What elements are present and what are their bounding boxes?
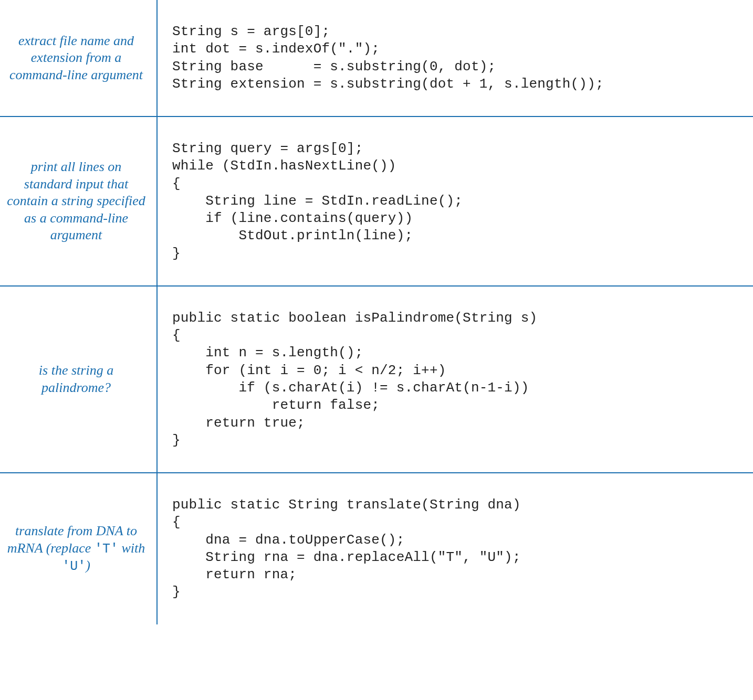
- code-cell: String query = args[0]; while (StdIn.has…: [158, 117, 753, 285]
- description-cell: translate from DNA to mRNA (replace 'T' …: [0, 473, 158, 624]
- code-cell: String s = args[0]; int dot = s.indexOf(…: [158, 0, 753, 116]
- example-row-palindrome: is the string a palindrome? public stati…: [0, 287, 753, 473]
- example-row-extract-filename: extract file name and extension from a c…: [0, 0, 753, 117]
- description-text: extract file name and extension from a c…: [6, 33, 146, 84]
- code-block: public static String translate(String dn…: [172, 496, 738, 601]
- code-examples-table: extract file name and extension from a c…: [0, 0, 753, 624]
- description-cell: extract file name and extension from a c…: [0, 0, 158, 116]
- code-block: String query = args[0]; while (StdIn.has…: [172, 140, 738, 262]
- code-cell: public static boolean isPalindrome(Strin…: [158, 287, 753, 472]
- code-cell: public static String translate(String dn…: [158, 473, 753, 624]
- description-text: is the string a palindrome?: [6, 362, 146, 396]
- example-row-dna-translate: translate from DNA to mRNA (replace 'T' …: [0, 473, 753, 624]
- code-block: public static boolean isPalindrome(Strin…: [172, 310, 738, 449]
- description-cell: is the string a palindrome?: [0, 287, 158, 472]
- description-text: print all lines on standard input that c…: [6, 158, 146, 244]
- description-text: translate from DNA to mRNA (replace 'T' …: [6, 523, 146, 575]
- code-block: String s = args[0]; int dot = s.indexOf(…: [172, 23, 738, 93]
- description-cell: print all lines on standard input that c…: [0, 117, 158, 285]
- example-row-print-lines: print all lines on standard input that c…: [0, 117, 753, 287]
